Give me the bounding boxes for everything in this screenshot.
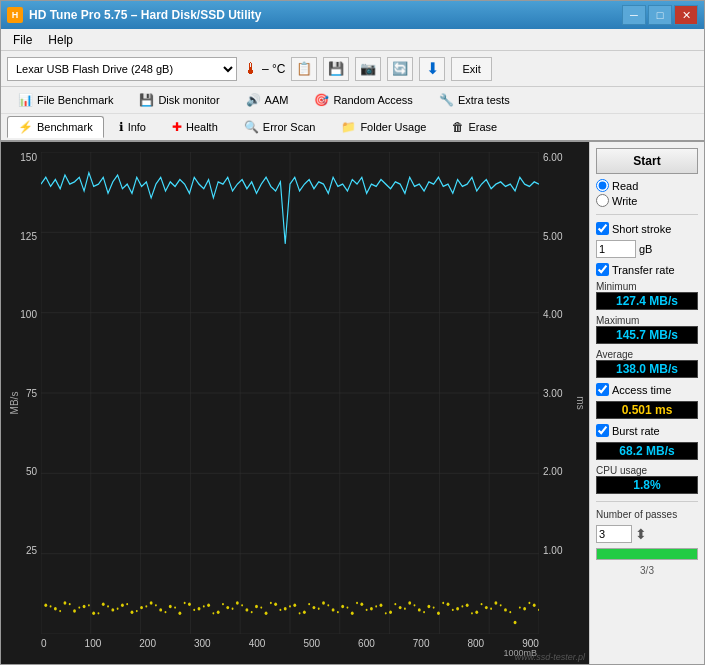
health-icon: ✚ (172, 120, 182, 134)
erase-icon: 🗑 (452, 120, 464, 134)
toolbar-btn-2[interactable]: 💾 (323, 57, 349, 81)
aam-icon: 🔊 (246, 93, 261, 107)
toolbar: Lexar USB Flash Drive (248 gB) 🌡 – °C 📋 … (1, 51, 704, 87)
svg-point-33 (188, 602, 191, 605)
scatter-dots (44, 601, 539, 624)
svg-point-106 (394, 603, 396, 605)
write-radio-label[interactable]: Write (596, 194, 698, 207)
svg-point-52 (370, 607, 373, 610)
access-time-value: 0.501 ms (596, 401, 698, 419)
svg-point-25 (111, 608, 114, 611)
burst-rate-checkbox[interactable] (596, 424, 609, 437)
info-icon: ℹ (119, 120, 124, 134)
cpu-usage-stat: CPU usage 1.8% (596, 465, 698, 494)
toolbar-btn-1[interactable]: 📋 (291, 57, 317, 81)
maximum-stat: Maximum 145.7 MB/s (596, 315, 698, 344)
svg-point-92 (260, 606, 262, 608)
short-stroke-checkbox[interactable] (596, 222, 609, 235)
transfer-rate-checkbox-label[interactable]: Transfer rate (596, 263, 698, 276)
tab-erase[interactable]: 🗑 Erase (441, 116, 508, 138)
access-time-checkbox-label[interactable]: Access time (596, 383, 698, 396)
svg-point-89 (232, 608, 234, 610)
toolbar-btn-4[interactable]: 🔄 (387, 57, 413, 81)
burst-rate-checkbox-label[interactable]: Burst rate (596, 424, 698, 437)
access-time-label: Access time (612, 384, 671, 396)
tab-error-scan[interactable]: 🔍 Error Scan (233, 116, 327, 138)
right-panel: Start Read Write Short stroke gB (589, 142, 704, 664)
chart-area: 150 125 100 75 50 25 MB/s (1, 142, 589, 664)
svg-point-110 (433, 606, 435, 608)
svg-point-28 (140, 606, 143, 609)
svg-point-99 (327, 604, 329, 606)
tab-random-access[interactable]: 🎯 Random Access (303, 89, 423, 111)
svg-point-34 (198, 607, 201, 610)
svg-point-77 (117, 608, 119, 610)
svg-point-21 (73, 609, 76, 612)
svg-point-26 (121, 604, 124, 607)
minimize-button[interactable]: ─ (622, 5, 646, 25)
svg-point-43 (284, 607, 287, 610)
menu-help[interactable]: Help (40, 31, 81, 49)
write-label: Write (612, 195, 637, 207)
tab-info[interactable]: ℹ Info (108, 116, 157, 138)
toolbar-btn-3[interactable]: 📷 (355, 57, 381, 81)
drive-select[interactable]: Lexar USB Flash Drive (248 gB) (7, 57, 237, 81)
burst-rate-label: Burst rate (612, 425, 660, 437)
read-label: Read (612, 180, 638, 192)
transfer-rate-checkbox[interactable] (596, 263, 609, 276)
svg-point-109 (423, 611, 425, 613)
tab-folder-usage[interactable]: 📁 Folder Usage (330, 116, 437, 138)
passes-input[interactable] (596, 525, 632, 543)
read-radio-label[interactable]: Read (596, 179, 698, 192)
passes-label: Number of passes (596, 509, 698, 520)
menu-file[interactable]: File (5, 31, 40, 49)
svg-point-76 (107, 605, 109, 607)
svg-point-104 (375, 605, 377, 607)
svg-point-64 (485, 606, 488, 609)
svg-point-29 (150, 601, 153, 604)
svg-point-65 (494, 601, 497, 604)
svg-point-42 (274, 602, 277, 605)
svg-point-95 (289, 605, 291, 607)
tab-health[interactable]: ✚ Health (161, 116, 229, 138)
passes-spin-arrows[interactable]: ⬍ (635, 526, 647, 542)
svg-point-60 (447, 602, 450, 605)
svg-point-23 (92, 612, 95, 615)
divider-1 (596, 214, 698, 215)
cpu-usage-label: CPU usage (596, 465, 698, 476)
tab-disk-monitor[interactable]: 💾 Disk monitor (128, 89, 230, 111)
burst-rate-stat: 68.2 MB/s (596, 442, 698, 460)
svg-point-83 (174, 606, 176, 608)
average-stat: Average 138.0 MB/s (596, 349, 698, 378)
svg-point-53 (380, 604, 383, 607)
tab-erase-label: Erase (468, 121, 497, 133)
maximize-button[interactable]: □ (648, 5, 672, 25)
svg-point-119 (519, 606, 521, 608)
disk-monitor-icon: 💾 (139, 93, 154, 107)
read-radio[interactable] (596, 179, 609, 192)
short-stroke-input[interactable] (596, 240, 636, 258)
exit-button[interactable]: Exit (451, 57, 491, 81)
tab-extra-tests[interactable]: 🔧 Extra tests (428, 89, 521, 111)
short-stroke-checkbox-label[interactable]: Short stroke (596, 222, 698, 235)
svg-point-20 (64, 601, 67, 604)
tab-aam[interactable]: 🔊 AAM (235, 89, 300, 111)
svg-point-49 (341, 605, 344, 608)
tabs-row1: 📊 File Benchmark 💾 Disk monitor 🔊 AAM 🎯 … (1, 87, 704, 114)
temp-value: – °C (262, 62, 285, 76)
tab-file-benchmark[interactable]: 📊 File Benchmark (7, 89, 124, 111)
close-button[interactable]: ✕ (674, 5, 698, 25)
access-time-checkbox[interactable] (596, 383, 609, 396)
toolbar-btn-down[interactable]: ⬇ (419, 57, 445, 81)
svg-point-40 (255, 605, 258, 608)
svg-point-18 (44, 604, 47, 607)
maximum-value: 145.7 MB/s (596, 326, 698, 344)
svg-point-114 (471, 612, 473, 614)
svg-point-35 (207, 604, 210, 607)
start-button[interactable]: Start (596, 148, 698, 174)
svg-point-93 (270, 602, 272, 604)
tab-benchmark[interactable]: ⚡ Benchmark (7, 116, 104, 138)
write-radio[interactable] (596, 194, 609, 207)
svg-point-91 (251, 611, 253, 613)
folder-usage-icon: 📁 (341, 120, 356, 134)
